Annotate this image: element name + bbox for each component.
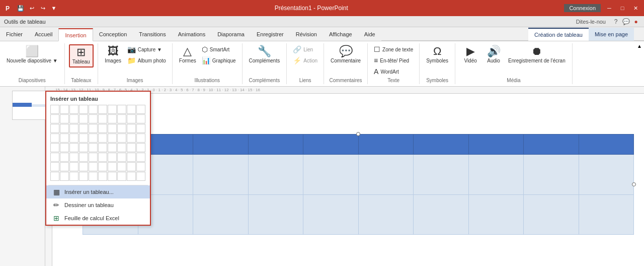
grid-cell[interactable] [89, 134, 98, 143]
btn-enregistrement[interactable]: ⏺ Enregistrement de l'écran [506, 44, 568, 65]
grid-cell[interactable] [50, 124, 59, 133]
tab-animations[interactable]: Animations [172, 28, 211, 41]
grid-cell[interactable] [117, 162, 126, 171]
grid-cell[interactable] [50, 134, 59, 143]
grid-cell[interactable] [117, 134, 126, 143]
save-btn[interactable]: 💾 [16, 4, 25, 13]
grid-cell[interactable] [108, 153, 117, 162]
grid-cell[interactable] [50, 114, 59, 123]
table-grid[interactable] [50, 105, 146, 181]
grid-cell[interactable] [69, 124, 78, 133]
tab-creation-tableau[interactable]: Création de tableau [528, 28, 589, 41]
grid-cell[interactable] [50, 105, 59, 114]
grid-cell[interactable] [108, 105, 117, 114]
grid-cell[interactable] [89, 172, 98, 181]
grid-cell[interactable] [136, 134, 145, 143]
grid-cell[interactable] [136, 153, 145, 162]
grid-cell[interactable] [136, 143, 145, 152]
grid-cell[interactable] [60, 105, 69, 114]
grid-cell[interactable] [69, 114, 78, 123]
btn-formes[interactable]: △ Formes [177, 44, 199, 65]
settings-dot-btn[interactable]: ● [632, 18, 640, 26]
share-btn[interactable]: 💬 [622, 18, 630, 26]
btn-capture[interactable]: 📷 Capture ▼ [125, 44, 168, 54]
btn-zone-texte[interactable]: ☐ Zone de texte [372, 44, 415, 54]
grid-cell[interactable] [136, 124, 145, 133]
grid-cell[interactable] [79, 105, 88, 114]
grid-cell[interactable] [89, 162, 98, 171]
grid-cell[interactable] [117, 143, 126, 152]
grid-cell[interactable] [98, 134, 107, 143]
btn-wordart[interactable]: A WordArt [372, 66, 415, 77]
btn-video[interactable]: ▶ Vidéo [459, 44, 481, 65]
grid-cell[interactable] [79, 124, 88, 133]
grid-cell[interactable] [136, 172, 145, 181]
dites-le-label[interactable]: Dites-le-nou [576, 19, 606, 25]
grid-cell[interactable] [60, 153, 69, 162]
grid-cell[interactable] [60, 162, 69, 171]
grid-cell[interactable] [69, 162, 78, 171]
tab-revision[interactable]: Révision [290, 28, 323, 41]
grid-cell[interactable] [127, 105, 136, 114]
grid-cell[interactable] [50, 153, 59, 162]
grid-cell[interactable] [60, 172, 69, 181]
grid-cell[interactable] [69, 134, 78, 143]
btn-tableau[interactable]: ⊞ Tableau [69, 44, 94, 68]
grid-cell[interactable] [136, 105, 145, 114]
grid-cell[interactable] [127, 153, 136, 162]
grid-cell[interactable] [98, 105, 107, 114]
grid-cell[interactable] [98, 143, 107, 152]
grid-cell[interactable] [117, 124, 126, 133]
btn-symboles[interactable]: Ω Symboles [424, 44, 451, 65]
grid-cell[interactable] [108, 172, 117, 181]
btn-entete-pied[interactable]: ≡ En-tête/ Pied [372, 55, 415, 65]
btn-graphique[interactable]: 📊 Graphique [200, 55, 238, 65]
grid-cell[interactable] [50, 162, 59, 171]
btn-action[interactable]: ⚡ Action [291, 55, 319, 65]
grid-cell[interactable] [60, 143, 69, 152]
btn-audio[interactable]: 🔊 Audio [482, 44, 505, 65]
grid-cell[interactable] [108, 134, 117, 143]
dropdown-item-inserer[interactable]: ▦ Insérer un tableau... [46, 185, 150, 198]
grid-cell[interactable] [79, 153, 88, 162]
grid-cell[interactable] [79, 172, 88, 181]
grid-cell[interactable] [127, 124, 136, 133]
tab-fichier[interactable]: Fichier [0, 28, 29, 41]
connexion-btn[interactable]: Connexion [564, 4, 601, 12]
grid-cell[interactable] [79, 143, 88, 152]
grid-cell[interactable] [127, 172, 136, 181]
grid-cell[interactable] [50, 172, 59, 181]
customize-qa-btn[interactable]: ▼ [49, 4, 58, 13]
grid-cell[interactable] [98, 114, 107, 123]
tab-diaporama[interactable]: Diaporama [211, 28, 251, 41]
minimize-btn[interactable]: ─ [605, 4, 614, 13]
ppt-table-element[interactable] [83, 134, 634, 235]
grid-cell[interactable] [98, 172, 107, 181]
grid-cell[interactable] [98, 153, 107, 162]
grid-cell[interactable] [127, 134, 136, 143]
grid-cell[interactable] [60, 124, 69, 133]
grid-cell[interactable] [127, 114, 136, 123]
tab-transitions[interactable]: Transitions [133, 28, 172, 41]
grid-cell[interactable] [98, 124, 107, 133]
grid-cell[interactable] [108, 143, 117, 152]
tab-affichage[interactable]: Affichage [323, 28, 358, 41]
grid-cell[interactable] [117, 153, 126, 162]
grid-cell[interactable] [69, 172, 78, 181]
grid-cell[interactable] [108, 114, 117, 123]
grid-cell[interactable] [89, 114, 98, 123]
grid-cell[interactable] [60, 114, 69, 123]
help-btn[interactable]: ? [612, 18, 620, 26]
grid-cell[interactable] [69, 153, 78, 162]
maximize-btn[interactable]: □ [618, 4, 627, 13]
grid-cell[interactable] [127, 162, 136, 171]
grid-cell[interactable] [127, 143, 136, 152]
btn-lien[interactable]: 🔗 Lien [291, 44, 319, 54]
tab-mise-en-page[interactable]: Mise en page [589, 28, 634, 41]
grid-cell[interactable] [69, 143, 78, 152]
tab-aide[interactable]: Aide [358, 28, 381, 41]
btn-complements[interactable]: 🔧 Compléments [247, 44, 283, 65]
tab-enregistrer[interactable]: Enregistrer [251, 28, 290, 41]
resize-handle-right[interactable] [632, 182, 636, 186]
ribbon-collapse-btn[interactable]: ▲ [637, 43, 642, 49]
